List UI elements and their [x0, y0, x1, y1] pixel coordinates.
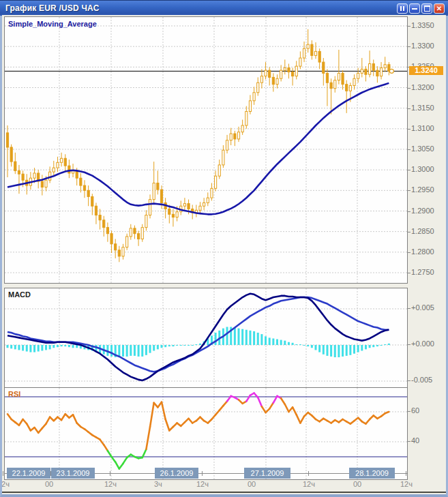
- price-tick-label: 1.2850: [411, 227, 434, 235]
- macd-panel[interactable]: [4, 288, 408, 389]
- macd-indicator-label: MACD: [8, 290, 31, 299]
- pause-icon: [400, 6, 402, 11]
- last-price-marker: [389, 69, 393, 73]
- close-button[interactable]: ✕: [434, 3, 445, 14]
- price-panel[interactable]: [4, 16, 408, 284]
- candlestick-chart: [5, 17, 407, 283]
- price-tick-label: 1.3100: [411, 124, 434, 132]
- date-label-box: 22.1.2009: [7, 468, 50, 479]
- price-tick-label: 1.3150: [411, 104, 434, 112]
- sma-indicator-label: Simple_Moving_Average: [8, 20, 97, 28]
- time-tick: [110, 471, 110, 476]
- axis-tick: [407, 108, 410, 109]
- rsi-panel[interactable]: [4, 387, 408, 480]
- axis-tick: [407, 252, 410, 253]
- price-tick-label: 1.3350: [411, 21, 434, 29]
- rsi-tick-label: 40: [411, 436, 419, 445]
- axis-tick: [407, 211, 410, 212]
- axis-tick: [407, 170, 410, 170]
- rsi-line: [8, 393, 389, 469]
- macd-tick-label: +0.005: [411, 303, 434, 312]
- price-tick-label: 1.3200: [411, 83, 434, 91]
- candles: [6, 29, 390, 262]
- time-label: 12ч: [2, 480, 10, 488]
- rsi-chart: [5, 388, 407, 479]
- axis-tick: [407, 190, 410, 191]
- maximize-button[interactable]: [421, 3, 432, 14]
- time-label: 12ч: [303, 480, 315, 488]
- time-label: 00: [248, 480, 256, 488]
- rsi-indicator-label: RSI: [8, 390, 20, 398]
- close-icon: ✕: [436, 5, 442, 12]
- macd-tick-label: +0.000: [411, 340, 434, 348]
- time-label: 12ч: [400, 480, 413, 488]
- time-tick: [3, 471, 3, 476]
- price-tick-label: 1.3300: [411, 42, 434, 50]
- title-bar[interactable]: График EUR /USD ЧАС ✕: [0, 0, 448, 16]
- axis-tick: [407, 26, 410, 27]
- price-tick-label: 1.2750: [411, 268, 434, 276]
- chart-area: Simple_Moving_Average MACD RSI 1.3240 12…: [2, 15, 446, 493]
- date-label-box: 27.1.2009: [244, 468, 290, 479]
- signal-line: [8, 297, 389, 372]
- window-title: График EUR /USD ЧАС: [0, 3, 100, 13]
- axis-tick: [407, 308, 410, 309]
- minimize-button[interactable]: [409, 3, 420, 14]
- time-tick: [202, 471, 203, 476]
- date-label-box: 23.1.2009: [51, 468, 95, 479]
- axis-tick: [407, 380, 410, 381]
- axis-tick: [407, 273, 410, 273]
- minimize-icon: [412, 8, 417, 10]
- price-tick-label: 1.2800: [411, 247, 434, 256]
- chart-window: График EUR /USD ЧАС ✕ Simple_Moving_Aver…: [0, 0, 448, 497]
- time-label: 12ч: [104, 480, 117, 488]
- date-label-box: 28.1.2009: [349, 468, 395, 479]
- maximize-icon: [424, 5, 430, 12]
- axis-tick: [407, 149, 410, 150]
- price-tick-label: 1.3000: [411, 165, 434, 173]
- time-tick: [308, 471, 309, 476]
- window-controls: ✕: [397, 3, 445, 14]
- pause-button[interactable]: [397, 3, 408, 14]
- axis-tick: [407, 344, 410, 345]
- last-price-flag: 1.3240: [409, 66, 443, 75]
- axis-tick: [407, 88, 410, 89]
- price-tick-label: 1.3050: [411, 145, 434, 153]
- axis-tick: [407, 129, 410, 130]
- macd-tick-label: -0.005: [411, 376, 432, 384]
- time-label: 3ч: [154, 480, 162, 488]
- price-tick-label: 1.2950: [411, 185, 434, 194]
- time-label: 00: [45, 480, 53, 488]
- date-label-box: 26.1.2009: [155, 468, 198, 479]
- macd-chart: [5, 288, 407, 388]
- axis-tick: [407, 46, 410, 47]
- sma-line: [8, 83, 389, 214]
- axis-tick: [407, 232, 410, 232]
- time-label: 12ч: [196, 480, 209, 488]
- price-tick-label: 1.2900: [411, 207, 434, 215]
- rsi-tick-label: 60: [411, 406, 419, 415]
- time-tick: [406, 471, 406, 476]
- time-label: 00: [353, 480, 361, 488]
- axis-tick: [407, 441, 410, 442]
- axis-tick: [407, 411, 410, 412]
